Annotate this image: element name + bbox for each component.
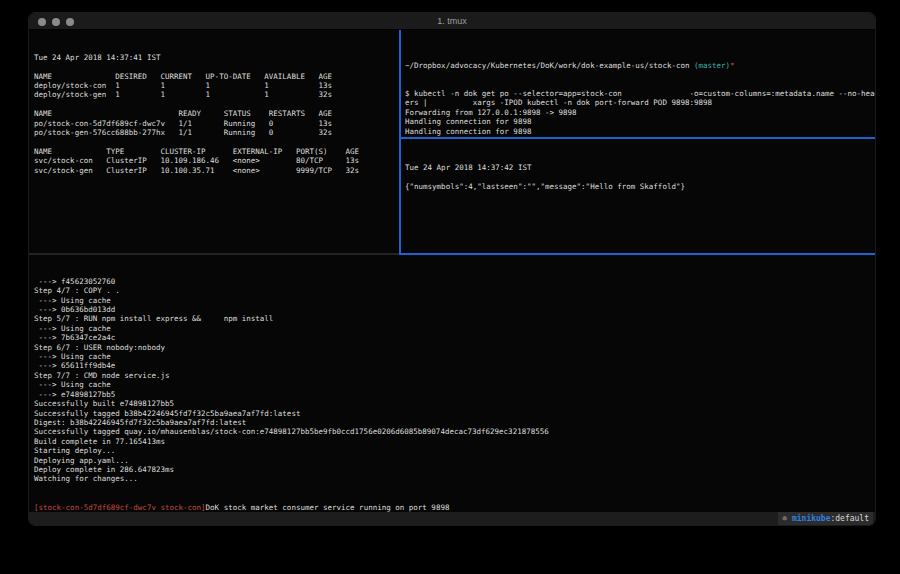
pane-skaffold-log[interactable]: ---> f45623052760 Step 4/7 : COPY . . --… (29, 255, 876, 514)
pane-curl-response[interactable]: Tue 24 Apr 2018 14:37:42 IST {"numsymbol… (401, 139, 876, 251)
pane-kubectl-watch[interactable]: Tue 24 Apr 2018 14:37:41 IST NAME DESIRE… (29, 30, 399, 253)
kube-namespace: :default (830, 514, 869, 523)
pod-log-line: [stock-con-5d7df689cf-dwc7v stock-con]Do… (34, 503, 876, 512)
skaffold-build-output: ---> f45623052760 Step 4/7 : COPY . . --… (34, 277, 876, 484)
window-title: 1. tmux (29, 16, 875, 26)
curl-response-output: Tue 24 Apr 2018 14:37:42 IST {"numsymbol… (405, 163, 876, 191)
terminal-window: 1. tmux Tue 24 Apr 2018 14:37:41 IST NAM… (28, 12, 876, 526)
pod-log-message: DoK stock market consumer service runnin… (206, 503, 450, 512)
kubectl-watch-output: Tue 24 Apr 2018 14:37:41 IST NAME DESIRE… (34, 53, 399, 175)
cwd-path: ~/Dropbox/advocacy/Kubernetes/DoK/work/d… (405, 61, 694, 70)
kubernetes-icon: ☸ (782, 514, 787, 523)
pane-border-vertical[interactable] (399, 30, 401, 253)
pane-border-horizontal-right-top[interactable] (401, 137, 876, 139)
pane-port-forward[interactable]: ~/Dropbox/advocacy/Kubernetes/DoK/work/d… (401, 30, 876, 137)
tmux-status-bar: dok0:vagrant@localhost:~* ☸ minikube:def… (29, 512, 875, 525)
title-bar: 1. tmux (29, 13, 875, 30)
port-forward-output: $ kubectl -n dok get po --selector=app=s… (405, 89, 876, 137)
pod-log-prefix: [stock-con-5d7df689cf-dwc7v stock-con] (34, 503, 206, 512)
shell-prompt-line: ~/Dropbox/advocacy/Kubernetes/DoK/work/d… (405, 61, 876, 70)
kube-context-name: minikube (792, 514, 831, 523)
git-branch: (master) (694, 61, 730, 70)
git-dirty-marker: * (730, 61, 735, 70)
kube-context-segment: ☸ minikube:default (778, 512, 873, 525)
